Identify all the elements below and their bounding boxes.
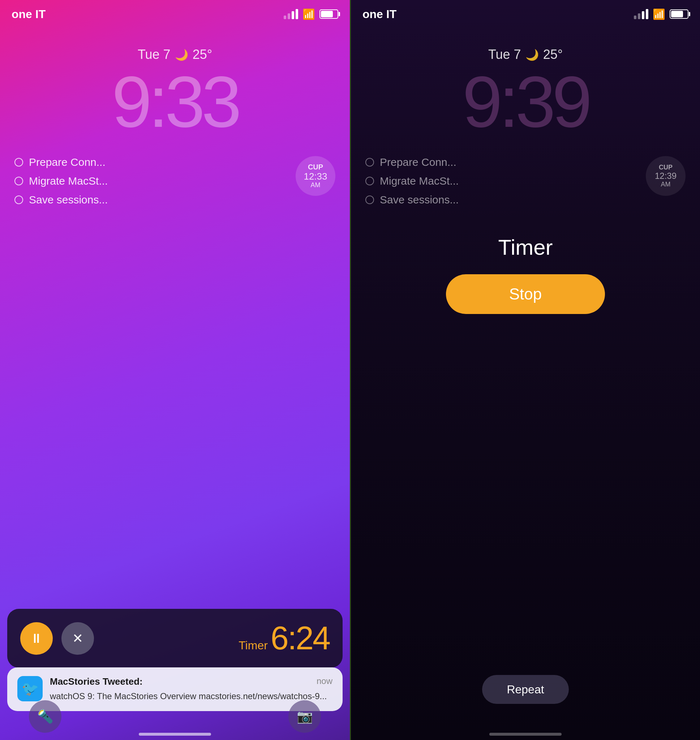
signal-bar-2 bbox=[288, 13, 290, 19]
right-cup-label: CUP bbox=[659, 164, 672, 171]
repeat-label: Repeat bbox=[507, 683, 544, 696]
right-signal-bar-2 bbox=[638, 13, 640, 19]
reminder-circle-3 bbox=[15, 195, 23, 204]
twitter-icon: 🐦 bbox=[22, 681, 39, 697]
right-reminders-widget: Prepare Conn... Migrate MacSt... Save se… bbox=[365, 156, 459, 206]
left-wifi-icon: 📶 bbox=[303, 8, 315, 20]
right-reminder-item-1: Prepare Conn... bbox=[365, 156, 459, 168]
right-cup-am: AM bbox=[661, 181, 671, 188]
stop-button[interactable]: Stop bbox=[446, 274, 605, 314]
left-status-bar: one IT 📶 bbox=[0, 0, 350, 25]
right-battery-fill bbox=[671, 11, 683, 17]
right-cup-widget: CUP 12:39 AM bbox=[646, 156, 685, 196]
right-clock: 9:39 bbox=[365, 66, 685, 138]
reminder-circle-1 bbox=[15, 158, 23, 167]
timer-label: Timer bbox=[238, 639, 268, 652]
timer-page: Timer Stop bbox=[351, 235, 700, 314]
left-timer-widget: ⏸ ✕ Timer 6:24 bbox=[7, 609, 343, 668]
right-reminder-text-1: Prepare Conn... bbox=[380, 156, 456, 168]
left-widget-area: Prepare Conn... Migrate MacSt... Save se… bbox=[0, 156, 350, 206]
notification-header: MacStories Tweeted: now bbox=[50, 676, 332, 687]
right-reminder-text-3: Save sessions... bbox=[380, 194, 459, 206]
reminder-item-3: Save sessions... bbox=[15, 194, 108, 206]
notification-time: now bbox=[316, 676, 332, 687]
right-date: Tue 7 bbox=[488, 47, 521, 62]
right-cup-time: 12:39 bbox=[655, 171, 676, 181]
stop-label: Stop bbox=[509, 285, 542, 303]
right-temp: 25° bbox=[543, 47, 563, 62]
timer-close-button[interactable]: ✕ bbox=[62, 622, 94, 655]
left-cup-label: CUP bbox=[308, 163, 323, 171]
left-screen: one IT 📶 Tue 7 🌙 25° 9:33 Pr bbox=[0, 0, 350, 740]
timer-controls: ⏸ ✕ bbox=[20, 622, 94, 655]
right-reminder-item-3: Save sessions... bbox=[365, 194, 459, 206]
timer-page-title: Timer bbox=[498, 235, 553, 260]
left-battery-icon bbox=[319, 9, 338, 19]
right-wifi-icon: 📶 bbox=[653, 8, 665, 20]
right-screen: one IT 📶 Tue 7 🌙 25° 9:39 Pr bbox=[350, 0, 700, 740]
close-icon: ✕ bbox=[72, 631, 83, 646]
left-date: Tue 7 bbox=[138, 47, 171, 62]
right-reminder-circle-2 bbox=[365, 177, 374, 185]
right-reminder-circle-1 bbox=[365, 158, 374, 167]
signal-bar-1 bbox=[284, 16, 286, 19]
notification-title: MacStories Tweeted: bbox=[50, 676, 143, 687]
left-status-icons: 📶 bbox=[284, 8, 338, 20]
right-carrier: one IT bbox=[362, 7, 396, 21]
right-status-icons: 📶 bbox=[634, 8, 688, 20]
reminder-item-1: Prepare Conn... bbox=[15, 156, 108, 168]
reminder-text-2: Migrate MacSt... bbox=[29, 175, 108, 187]
right-widget-area: Prepare Conn... Migrate MacSt... Save se… bbox=[351, 156, 700, 206]
repeat-button[interactable]: Repeat bbox=[482, 675, 569, 704]
right-moon-icon: 🌙 bbox=[525, 48, 539, 61]
right-signal-bar-1 bbox=[634, 16, 637, 19]
right-battery-icon bbox=[670, 9, 688, 19]
left-battery-fill bbox=[321, 11, 333, 17]
pause-icon: ⏸ bbox=[30, 631, 43, 646]
bottom-shortcuts: 🔦 📷 bbox=[0, 700, 350, 733]
reminder-text-1: Prepare Conn... bbox=[29, 156, 106, 168]
camera-button[interactable]: 📷 bbox=[288, 700, 321, 733]
notification-content: MacStories Tweeted: now watchOS 9: The M… bbox=[50, 676, 332, 702]
left-temp: 25° bbox=[193, 47, 212, 62]
timer-time: 6:24 bbox=[271, 620, 329, 657]
reminder-item-2: Migrate MacSt... bbox=[15, 175, 108, 187]
right-signal-bar-3 bbox=[642, 11, 644, 19]
flashlight-button[interactable]: 🔦 bbox=[29, 700, 62, 733]
reminder-text-3: Save sessions... bbox=[29, 194, 108, 206]
moon-icon: 🌙 bbox=[175, 48, 188, 61]
left-carrier: one IT bbox=[12, 7, 46, 21]
right-signal-icon bbox=[634, 9, 649, 19]
left-cup-am: AM bbox=[311, 181, 321, 189]
right-date-line: Tue 7 🌙 25° bbox=[365, 47, 685, 62]
signal-bar-4 bbox=[296, 9, 298, 19]
reminder-circle-2 bbox=[15, 177, 23, 185]
left-date-line: Tue 7 🌙 25° bbox=[15, 47, 335, 62]
left-cup-widget: CUP 12:33 AM bbox=[296, 156, 335, 196]
timer-pause-button[interactable]: ⏸ bbox=[20, 622, 53, 655]
left-reminders-widget: Prepare Conn... Migrate MacSt... Save se… bbox=[15, 156, 108, 206]
left-cup-time: 12:33 bbox=[304, 171, 327, 182]
left-signal-icon bbox=[284, 9, 298, 19]
right-reminder-item-2: Migrate MacSt... bbox=[365, 175, 459, 187]
left-clock: 9:33 bbox=[15, 66, 335, 138]
twitter-app-icon: 🐦 bbox=[17, 676, 43, 701]
left-home-indicator[interactable] bbox=[139, 733, 211, 736]
timer-display: Timer 6:24 bbox=[238, 620, 329, 657]
right-date-time: Tue 7 🌙 25° 9:39 bbox=[351, 47, 700, 138]
camera-icon: 📷 bbox=[297, 709, 313, 724]
left-date-time: Tue 7 🌙 25° 9:33 bbox=[0, 47, 350, 138]
signal-bar-3 bbox=[292, 11, 294, 19]
right-signal-bar-4 bbox=[646, 9, 649, 19]
right-status-bar: one IT 📶 bbox=[351, 0, 700, 25]
flashlight-icon: 🔦 bbox=[37, 709, 53, 724]
right-home-indicator[interactable] bbox=[489, 733, 562, 736]
right-reminder-circle-3 bbox=[365, 195, 374, 204]
right-reminder-text-2: Migrate MacSt... bbox=[380, 175, 459, 187]
